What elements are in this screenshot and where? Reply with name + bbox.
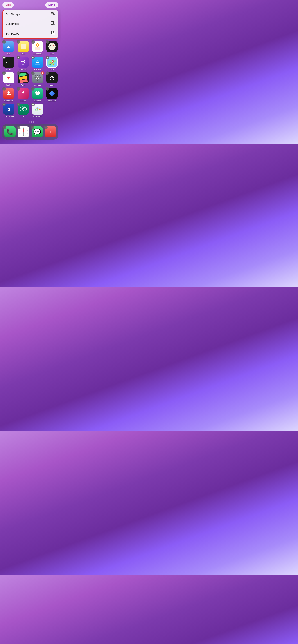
app-item-imovie[interactable]: − iMovie (45, 72, 59, 86)
minus-badge-reminders[interactable]: − (31, 40, 35, 44)
maps-icon: − Maps (46, 56, 58, 68)
settings-icon: − 1 (32, 72, 43, 84)
hamrah-label: همراه‌وب‌بانک... (4, 116, 14, 117)
minus-badge-notes[interactable]: − (17, 40, 20, 44)
svg-rect-84 (21, 94, 25, 95)
minus-badge-hamrah[interactable]: − (2, 103, 6, 106)
edit-pages-icon (51, 31, 55, 36)
minus-badge-settings[interactable]: − (31, 72, 35, 75)
menu-item-edit-pages[interactable]: Edit Pages (3, 29, 58, 38)
context-menu: Add Widget Customize Edit Pages (3, 10, 58, 39)
app-item-vipad[interactable]: − ویپاد (16, 104, 30, 117)
dock-item-music[interactable]: − ♪ (45, 126, 57, 138)
app-item-clock[interactable]: − 12 3 6 9 1 2 4 5 11 10 8 7 (45, 41, 59, 55)
app-item-instantsave[interactable]: − InstantSave (2, 88, 15, 102)
minus-badge-videos[interactable]: − (2, 56, 6, 59)
app-item-reminders[interactable]: − Reminders (31, 41, 44, 55)
minus-badge-phone[interactable]: − (3, 126, 6, 129)
podcasts-icon: − (18, 56, 29, 68)
music-icon: − ♪ (45, 126, 56, 138)
wallet-label: Wallet (21, 84, 25, 86)
svg-point-60 (52, 61, 53, 62)
health-label: Health (6, 84, 11, 86)
app-item-maps[interactable]: − Maps Maps (45, 56, 59, 70)
svg-text:4: 4 (54, 47, 55, 48)
add-widget-label: Add Widget (6, 13, 20, 16)
svg-point-103 (23, 132, 24, 132)
health-icon: − ♥ (3, 72, 14, 84)
app-item-videos[interactable]: − tv Videos (2, 56, 15, 70)
hamrah-letter: ۵ (8, 106, 10, 112)
maps-label: Maps (50, 68, 54, 70)
phone-icon: − 📞 (4, 126, 16, 138)
reminders-icon: − (32, 41, 43, 52)
app-item-tonkeeper[interactable]: − Tonkeeper (45, 88, 59, 102)
mail-icon: − ✉ (3, 41, 14, 52)
dock-item-phone[interactable]: − 📞 (4, 126, 16, 138)
svg-rect-17 (21, 44, 26, 49)
app-item-appstore[interactable]: − A App Store (31, 56, 44, 70)
page-dot-3[interactable] (31, 121, 32, 122)
menu-item-add-widget[interactable]: Add Widget (3, 10, 58, 19)
app-grid: − ✉ Mail − Notes − (0, 40, 61, 119)
minus-badge-health[interactable]: − (2, 72, 6, 75)
minus-badge-insaver[interactable]: − (17, 87, 20, 90)
page-dot-1[interactable] (26, 121, 28, 122)
svg-rect-83 (23, 91, 24, 93)
menu-item-customize[interactable]: Customize (3, 19, 58, 29)
notes-icon: − (18, 41, 29, 52)
minus-badge-gahvare[interactable]: − (31, 87, 35, 90)
page-dot-2[interactable] (29, 121, 30, 122)
page-dot-4[interactable] (33, 121, 34, 122)
app-item-notes[interactable]: − Notes (16, 41, 30, 55)
app-item-health[interactable]: − ♥ Health (2, 72, 15, 86)
app-item-hamrah[interactable]: − ۵ همراه‌وب‌بانک... (2, 104, 15, 117)
dock-item-messages[interactable]: − 💬 (31, 126, 43, 138)
instantsave-label: InstantSave (4, 100, 13, 102)
appstore-icon: − A (32, 56, 43, 68)
svg-rect-25 (35, 47, 40, 50)
app-item-gahvare[interactable]: − Gahvare (31, 88, 44, 102)
edit-pages-label: Edit Pages (6, 32, 19, 35)
app-item-podcasts[interactable]: − Podcasts (16, 56, 30, 70)
minus-badge-vipad[interactable]: − (17, 103, 20, 106)
svg-rect-66 (37, 80, 38, 81)
minus-badge-wallet[interactable]: − (17, 72, 20, 75)
minus-badge-clock[interactable]: − (46, 40, 49, 44)
minus-badge-imovie[interactable]: − (46, 72, 49, 75)
svg-point-45 (6, 62, 8, 63)
dock-item-safari[interactable]: − (17, 126, 30, 138)
minus-badge-podcasts[interactable]: − (17, 56, 20, 59)
app-item-settings[interactable]: − 1 Settings (31, 72, 44, 86)
edit-button[interactable]: Edit (3, 2, 14, 8)
app-item-insaver[interactable]: − InSaver (16, 88, 30, 102)
svg-text:3: 3 (54, 46, 55, 47)
minus-badge-maps[interactable]: − (46, 56, 49, 59)
insaver-icon: − (18, 88, 29, 99)
imovie-icon: − (46, 72, 58, 84)
minus-badge-messages[interactable]: − (31, 126, 34, 129)
svg-text:11: 11 (50, 44, 51, 44)
tonkeeper-icon: − (46, 88, 58, 99)
vipad-icon: − (18, 104, 29, 115)
minus-badge-passwords[interactable]: − (31, 103, 35, 106)
minus-badge-instantsave[interactable]: − (2, 87, 6, 90)
minus-badge-mail[interactable]: − (2, 40, 6, 44)
reminders-label: Reminders (33, 53, 42, 55)
videos-label: Videos (6, 68, 11, 70)
svg-rect-72 (39, 79, 40, 80)
dock: − 📞 − (2, 124, 58, 140)
vipad-label: ویپاد (22, 116, 25, 117)
svg-rect-67 (35, 78, 36, 78)
app-item-wallet[interactable]: − Wallet (16, 72, 30, 86)
svg-text:9: 9 (49, 46, 50, 47)
videos-icon: − tv (3, 56, 14, 68)
done-button[interactable]: Done (45, 2, 58, 8)
minus-badge-tonkeeper[interactable]: − (46, 87, 49, 90)
top-bar: Edit Done (0, 0, 61, 9)
minus-badge-appstore[interactable]: − (31, 56, 35, 59)
svg-text:tv: tv (8, 61, 10, 64)
app-item-mail[interactable]: − ✉ Mail (2, 41, 15, 55)
app-item-passwords[interactable]: − Passwords (31, 104, 44, 117)
gahvare-label: Gahvare (34, 100, 41, 102)
